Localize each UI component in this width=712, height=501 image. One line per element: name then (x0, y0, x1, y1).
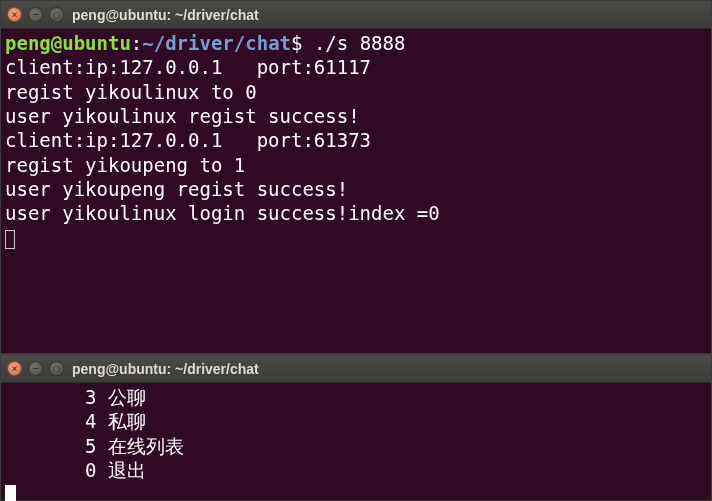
menu-label: 退出 (108, 459, 146, 481)
close-button[interactable]: × (7, 361, 22, 376)
output-line: client:ip:127.0.0.1 port:61373 (5, 129, 371, 151)
close-button[interactable]: × (7, 7, 22, 22)
menu-label: 公聊 (108, 386, 146, 408)
output-line: regist yikoupeng to 1 (5, 154, 245, 176)
titlebar[interactable]: × − ▢ peng@ubuntu: ~/driver/chat (1, 355, 711, 383)
window-controls: × − ▢ (7, 361, 64, 376)
terminal-window-1: × − ▢ peng@ubuntu: ~/driver/chat peng@ub… (0, 0, 712, 354)
output-line: user yikoulinux regist success! (5, 105, 360, 127)
prompt-sep: : (131, 32, 142, 54)
maximize-button[interactable]: ▢ (49, 361, 64, 376)
prompt-user: peng@ubuntu (5, 32, 131, 54)
menu-num: 5 (85, 435, 96, 457)
maximize-button[interactable]: ▢ (49, 7, 64, 22)
minimize-button[interactable]: − (28, 7, 43, 22)
window-title: peng@ubuntu: ~/driver/chat (72, 361, 259, 377)
cursor (5, 485, 16, 501)
output-line: regist yikoulinux to 0 (5, 81, 257, 103)
output-line: user yikoupeng regist success! (5, 178, 348, 200)
output-line: client:ip:127.0.0.1 port:61117 (5, 56, 371, 78)
window-controls: × − ▢ (7, 7, 64, 22)
window-title: peng@ubuntu: ~/driver/chat (72, 7, 259, 23)
terminal-body-1[interactable]: peng@ubuntu:~/driver/chat$ ./s 8888 clie… (1, 29, 711, 252)
menu-num: 3 (85, 386, 96, 408)
minimize-button[interactable]: − (28, 361, 43, 376)
menu-label: 在线列表 (108, 435, 184, 457)
command-text: ./s 8888 (314, 32, 406, 54)
menu-label: 私聊 (108, 410, 146, 432)
prompt-dollar: $ (291, 32, 314, 54)
cursor (5, 230, 15, 249)
menu-num: 0 (85, 459, 96, 481)
titlebar[interactable]: × − ▢ peng@ubuntu: ~/driver/chat (1, 1, 711, 29)
prompt-path: ~/driver/chat (142, 32, 291, 54)
output-line: user yikoulinux login success!index =0 (5, 202, 440, 224)
menu-num: 4 (85, 410, 96, 432)
terminal-body-2[interactable]: 3 公聊 4 私聊 5 在线列表 0 退出 (1, 383, 711, 501)
terminal-window-2: × − ▢ peng@ubuntu: ~/driver/chat 3 公聊 4 … (0, 354, 712, 501)
